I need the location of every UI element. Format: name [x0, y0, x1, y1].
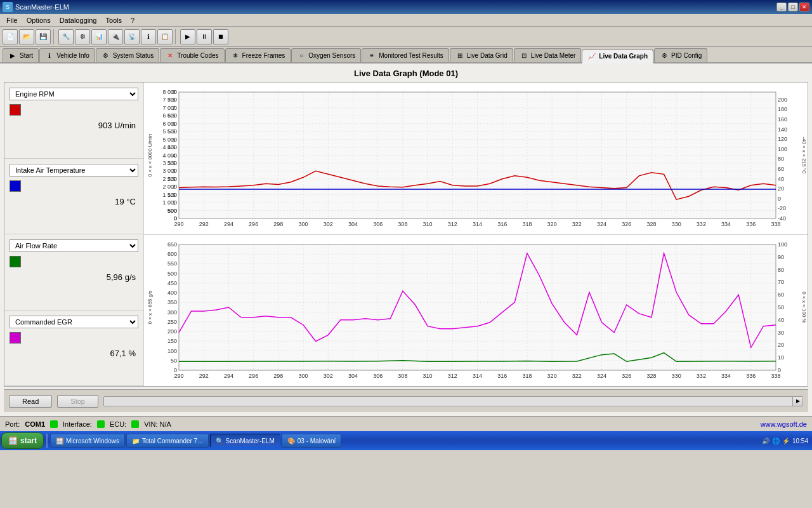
- bottom-chart: [144, 235, 808, 386]
- tab-pid-config[interactable]: ⚙ PID Config: [654, 48, 707, 62]
- minimize-button[interactable]: _: [776, 3, 787, 11]
- toolbar-btn9[interactable]: ▶: [180, 29, 195, 44]
- tab-freeze-frames[interactable]: ❄ Freeze Frames: [225, 48, 291, 62]
- toolbar-btn10[interactable]: ⏸: [197, 29, 212, 44]
- toolbar-btn6[interactable]: 📡: [124, 29, 140, 44]
- port-value: COM1: [25, 420, 45, 428]
- port-label: Port:: [5, 420, 20, 428]
- tab-bar: ▶ Start ℹ Vehicle Info ⚙ System Status ✕…: [0, 47, 812, 64]
- tab-live-data-grid[interactable]: ⊞ Live Data Grid: [450, 48, 513, 62]
- taskbar-scanmaster-label: ScanMaster-ELM: [226, 438, 275, 444]
- sensor-block-air-flow: Air Flow Rate 5,96 g/s: [4, 234, 143, 311]
- tab-live-graph-label: Live Data Graph: [599, 53, 648, 60]
- tab-trouble-codes[interactable]: ✕ Trouble Codes: [160, 48, 224, 62]
- toolbar-btn8[interactable]: 📋: [157, 29, 173, 44]
- toolbar-btn5[interactable]: 🔌: [108, 29, 123, 44]
- trouble-codes-icon: ✕: [166, 51, 174, 60]
- freeze-frames-icon: ❄: [231, 51, 240, 60]
- menu-tools[interactable]: Tools: [102, 15, 126, 25]
- scrollbar[interactable]: ▶: [103, 396, 803, 406]
- tab-trouble-codes-label: Trouble Codes: [177, 52, 218, 59]
- title-bar: S ScanMaster-ELM _ □ ✕: [0, 0, 812, 14]
- sensor-color-egr: [10, 332, 21, 344]
- tab-vehicle-info-label: Vehicle Info: [56, 52, 89, 59]
- taskbar-time: 10:54: [792, 438, 808, 444]
- tab-oxygen-sensors-label: Oxygen Sensors: [308, 52, 355, 59]
- menu-options[interactable]: Options: [23, 15, 55, 25]
- tab-system-status-label: System Status: [113, 52, 154, 59]
- menu-bar: File Options Datalogging Tools ?: [0, 14, 812, 27]
- tab-live-meter-label: Live Data Meter: [531, 52, 576, 59]
- sensor-value-engine-rpm: 903 U/min: [10, 121, 138, 130]
- start-label: start: [20, 436, 37, 445]
- tab-start[interactable]: ▶ Start: [3, 48, 39, 62]
- toolbar-btn2[interactable]: 🔧: [58, 29, 74, 44]
- stop-button[interactable]: Stop: [57, 395, 98, 408]
- sensor-block-intake-air: Intake Air Temperature 19 °C: [4, 159, 143, 235]
- close-button[interactable]: ✕: [799, 3, 809, 11]
- taskbar-separator: [46, 434, 48, 448]
- system-status-icon: ⚙: [102, 51, 110, 60]
- commander-icon: 📁: [132, 438, 140, 444]
- toolbar-sep1: [53, 29, 56, 44]
- window-title: ScanMaster-ELM: [15, 3, 69, 11]
- tab-oxygen-sensors[interactable]: ○ Oxygen Sensors: [291, 48, 361, 62]
- menu-datalogging[interactable]: Datalogging: [56, 15, 101, 25]
- sensor-dropdown-air-flow[interactable]: Air Flow Rate: [10, 239, 138, 252]
- top-chart-container: [144, 83, 808, 235]
- toolbar-btn3[interactable]: ⚙: [75, 29, 90, 44]
- taskbar-paint-label: 03 - Malování: [298, 438, 336, 444]
- paint-icon: 🎨: [287, 438, 295, 444]
- pid-config-icon: ⚙: [660, 51, 669, 60]
- app-icon: S: [3, 2, 13, 12]
- menu-file[interactable]: File: [3, 15, 22, 25]
- interface-label: Interface:: [63, 420, 92, 428]
- taskbar-item-windows[interactable]: 🪟 Microsoft Windows: [50, 434, 125, 448]
- start-icon: ▶: [8, 51, 17, 60]
- sensor-color-air-flow: [10, 256, 21, 267]
- taskbar-windows-label: Microsoft Windows: [66, 438, 119, 444]
- interface-indicator: [97, 420, 105, 428]
- toolbar-btn7[interactable]: ℹ: [141, 29, 156, 44]
- tray-icon-power: ⚡: [782, 438, 790, 444]
- start-icon: 🪟: [8, 436, 18, 445]
- bottom-chart-container: [144, 235, 808, 386]
- menu-help[interactable]: ?: [127, 15, 138, 25]
- tab-monitored-test-results[interactable]: ≡ Monitored Test Results: [362, 48, 449, 62]
- read-button[interactable]: Read: [9, 395, 52, 408]
- live-data-grid-icon: ⊞: [455, 51, 464, 60]
- page-title: Live Data Graph (Mode 01): [354, 69, 458, 78]
- tab-live-data-graph[interactable]: 📈 Live Data Graph: [582, 50, 653, 64]
- scanmaster-icon: 🔍: [216, 438, 223, 444]
- sensor-dropdown-engine-rpm[interactable]: Engine RPM: [10, 88, 138, 100]
- start-button[interactable]: 🪟 start: [1, 432, 44, 449]
- toolbar-save[interactable]: 💾: [36, 29, 51, 44]
- maximize-button[interactable]: □: [788, 3, 798, 11]
- sensor-dropdown-egr[interactable]: Commanded EGR: [10, 316, 138, 328]
- taskbar-tray: 🔊 🌐 ⚡ 10:54: [762, 438, 811, 444]
- live-data-graph-icon: 📈: [587, 52, 596, 61]
- tab-live-data-meter[interactable]: ⊡ Live Data Meter: [514, 48, 582, 62]
- website-link[interactable]: www.wgsoft.de: [176, 420, 807, 428]
- sensor-dropdown-intake-air[interactable]: Intake Air Temperature: [10, 164, 138, 177]
- taskbar-item-scanmaster[interactable]: 🔍 ScanMaster-ELM: [210, 434, 280, 448]
- tab-start-label: Start: [20, 52, 33, 59]
- tab-vehicle-info[interactable]: ℹ Vehicle Info: [39, 48, 95, 62]
- tray-icon-volume: 🔊: [762, 438, 769, 444]
- vin-label: VIN: N/A: [144, 420, 171, 428]
- toolbar-btn11[interactable]: ⏹: [213, 29, 228, 44]
- taskbar-item-commander[interactable]: 📁 Total Commander 7...: [126, 434, 209, 448]
- taskbar-item-paint[interactable]: 🎨 03 - Malování: [282, 434, 342, 448]
- sensor-block-egr: Commanded EGR 67,1 %: [4, 311, 143, 387]
- tab-live-grid-label: Live Data Grid: [467, 52, 508, 59]
- window-controls: _ □ ✕: [776, 3, 809, 11]
- port-indicator: [50, 420, 58, 428]
- tab-system-status[interactable]: ⚙ System Status: [96, 48, 159, 62]
- toolbar-new[interactable]: 📄: [3, 29, 18, 44]
- tray-icon-network: 🌐: [772, 438, 780, 444]
- toolbar-open[interactable]: 📂: [19, 29, 34, 44]
- top-chart: [144, 83, 808, 234]
- action-bar: Read Stop ▶: [4, 389, 808, 412]
- toolbar-btn4[interactable]: 📊: [91, 29, 107, 44]
- live-data-meter-icon: ⊡: [520, 51, 528, 60]
